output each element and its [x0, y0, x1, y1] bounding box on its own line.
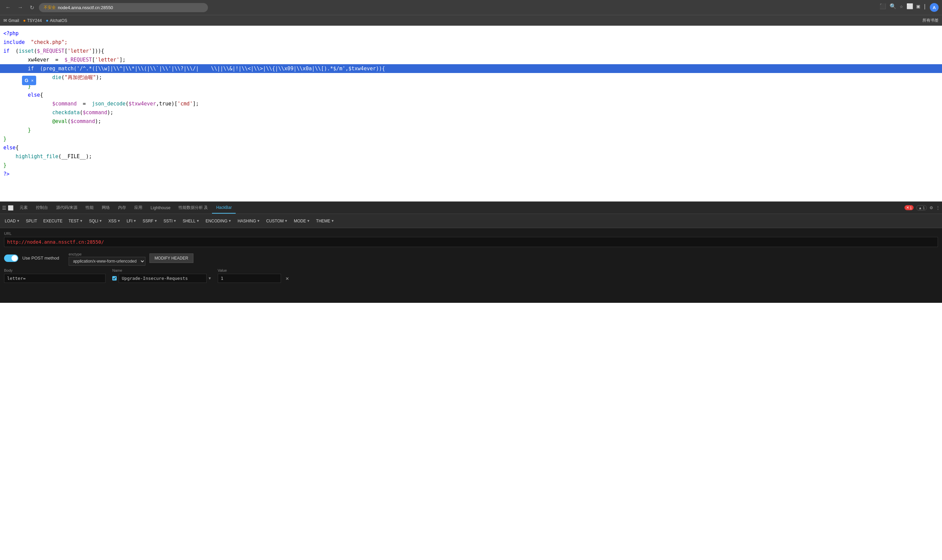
encoding-arrow: ▼ — [228, 219, 231, 223]
translate-close-icon[interactable]: ✕ — [31, 78, 34, 83]
execute-button[interactable]: EXECUTE — [40, 217, 65, 225]
encoding-button[interactable]: ENCODING ▼ — [203, 217, 234, 225]
url-text: node4.anna.nssctf.cn:28550 — [58, 5, 113, 10]
devtools-icon-left[interactable]: ☰ — [2, 205, 6, 211]
aichat-icon: ● — [46, 18, 49, 23]
code-line-8: else{ — [0, 91, 942, 99]
ssrf-label: SSRF — [143, 218, 154, 223]
body-input[interactable] — [4, 274, 105, 283]
toggle-knob — [11, 255, 18, 261]
code-line-12: } — [0, 126, 942, 134]
sqli-button[interactable]: SQLI ▼ — [86, 217, 105, 225]
error-badge[interactable]: ✕ 1 — [905, 205, 914, 210]
custom-label: CUSTOM — [266, 218, 284, 223]
post-label: Use POST method — [22, 255, 59, 261]
code-line-14: else{ — [0, 143, 942, 152]
bottom-row: Body Name ▼ Value ✕ — [4, 268, 938, 283]
test-button[interactable]: TEST ▼ — [66, 217, 86, 225]
error-icon: ✕ — [906, 206, 909, 210]
code-line-5-highlighted: if (preg_match('/^.*([\\w]|\\^|\\*|\\(|\… — [0, 64, 942, 73]
value-label: Value — [218, 268, 289, 272]
hashing-button[interactable]: HASHING ▼ — [235, 217, 263, 225]
tsy244-icon: ● — [23, 18, 26, 23]
bookmark-aichat-label: AIchatOS — [50, 18, 67, 23]
bookmark-icon[interactable]: ☆ — [900, 3, 903, 12]
theme-arrow: ▼ — [331, 219, 335, 223]
code-line-3: if (isset($_REQUEST['letter'])){ — [0, 47, 942, 55]
code-line-7: } — [0, 82, 942, 91]
tab-performance[interactable]: 性能 — [82, 202, 98, 214]
sqli-label: SQLI — [89, 218, 98, 223]
insecure-icon: 不安全 — [44, 5, 56, 11]
name-dropdown-icon[interactable]: ▼ — [209, 276, 211, 280]
bookmark-tsy244-label: TSY244 — [27, 18, 42, 23]
search-icon[interactable]: 🔍 — [890, 3, 896, 12]
gmail-icon: ✉ — [3, 18, 7, 23]
value-close-icon[interactable]: ✕ — [286, 275, 289, 282]
tab-perf-insights[interactable]: 性能数据分析 及 — [174, 202, 212, 214]
bookmarks-right[interactable]: 所有书签 — [922, 18, 939, 23]
tab-network[interactable]: 网络 — [98, 202, 114, 214]
xss-label: XSS — [108, 218, 116, 223]
mode-arrow: ▼ — [307, 219, 310, 223]
bookmark-gmail-label: Gmail — [8, 18, 19, 23]
mode-button[interactable]: MODE ▼ — [291, 217, 313, 225]
split-button[interactable]: SPLIT — [23, 217, 40, 225]
value-input[interactable] — [218, 274, 281, 283]
back-button[interactable]: ← — [3, 3, 13, 12]
value-section: Value ✕ — [218, 268, 289, 283]
name-checkbox[interactable] — [112, 276, 117, 280]
more-icon[interactable]: ⋮ — [936, 206, 940, 210]
split-label: SPLIT — [26, 218, 37, 223]
code-line-13: } — [0, 134, 942, 143]
theme-button[interactable]: THEME ▼ — [313, 217, 337, 225]
lfi-label: LFI — [126, 218, 132, 223]
ssrf-button[interactable]: SSRF ▼ — [140, 217, 160, 225]
browser-chrome: ← → ↻ 不安全 node4.anna.nssctf.cn:28550 ⬛ 🔍… — [0, 0, 942, 15]
execute-label: EXECUTE — [43, 218, 63, 223]
tab-hackbar[interactable]: HackBar — [212, 202, 236, 214]
forward-button[interactable]: → — [15, 3, 25, 12]
settings-icon[interactable]: ⚙ — [930, 206, 933, 210]
tab-sources[interactable]: 源代码/来源 — [52, 202, 82, 214]
warn-badge[interactable]: ▲ 1 — [916, 205, 927, 211]
ssrf-arrow: ▼ — [154, 219, 157, 223]
shell-button[interactable]: SHELL ▼ — [180, 217, 202, 225]
encoding-label: ENCODING — [205, 218, 228, 223]
ssti-button[interactable]: SSTI ▼ — [161, 217, 180, 225]
tab-application[interactable]: 应用 — [130, 202, 146, 214]
tab-memory[interactable]: 内存 — [114, 202, 130, 214]
devtools-icon-inspect[interactable]: ⬜ — [8, 205, 14, 211]
reload-button[interactable]: ↻ — [28, 3, 36, 12]
warn-count: 1 — [923, 206, 925, 210]
sidebar-icon[interactable]: ▣ — [917, 3, 920, 12]
bookmark-tsy244[interactable]: ● TSY244 — [23, 18, 42, 23]
lfi-button[interactable]: LFI ▼ — [124, 217, 139, 225]
load-label: LOAD — [5, 218, 16, 223]
tab-console[interactable]: 控制台 — [32, 202, 52, 214]
translate-tooltip: G ✕ — [22, 76, 36, 85]
bookmark-gmail[interactable]: ✉ Gmail — [3, 18, 19, 23]
xss-button[interactable]: XSS ▼ — [105, 217, 123, 225]
body-label: Body — [4, 268, 105, 272]
code-line-4: xw4ever = $_REQUEST['letter']; — [0, 55, 942, 64]
modify-header-button[interactable]: MODIFY HEADER — [150, 254, 193, 263]
tab-elements[interactable]: 元素 — [15, 202, 32, 214]
test-arrow: ▼ — [79, 219, 83, 223]
ssti-arrow: ▼ — [173, 219, 176, 223]
ssti-label: SSTI — [163, 218, 173, 223]
translate-icon[interactable]: ⬛ — [879, 3, 886, 12]
sqli-arrow: ▼ — [99, 219, 102, 223]
name-input[interactable] — [119, 274, 207, 283]
extensions-icon[interactable]: ⬜ — [907, 3, 913, 12]
enctype-select[interactable]: application/x-www-form-urlencoded — [69, 257, 145, 266]
url-input[interactable] — [4, 237, 938, 247]
avatar[interactable]: A — [930, 3, 939, 12]
load-button[interactable]: LOAD ▼ — [2, 217, 23, 225]
custom-button[interactable]: CUSTOM ▼ — [264, 217, 290, 225]
devtools-tabs: ☰ ⬜ 元素 控制台 源代码/来源 性能 网络 内存 应用 Lighthouse… — [0, 202, 942, 214]
address-bar[interactable]: 不安全 node4.anna.nssctf.cn:28550 — [39, 3, 208, 12]
tab-lighthouse[interactable]: Lighthouse — [146, 202, 174, 214]
bookmark-aichat[interactable]: ● AIchatOS — [46, 18, 67, 23]
post-toggle[interactable] — [4, 254, 18, 262]
